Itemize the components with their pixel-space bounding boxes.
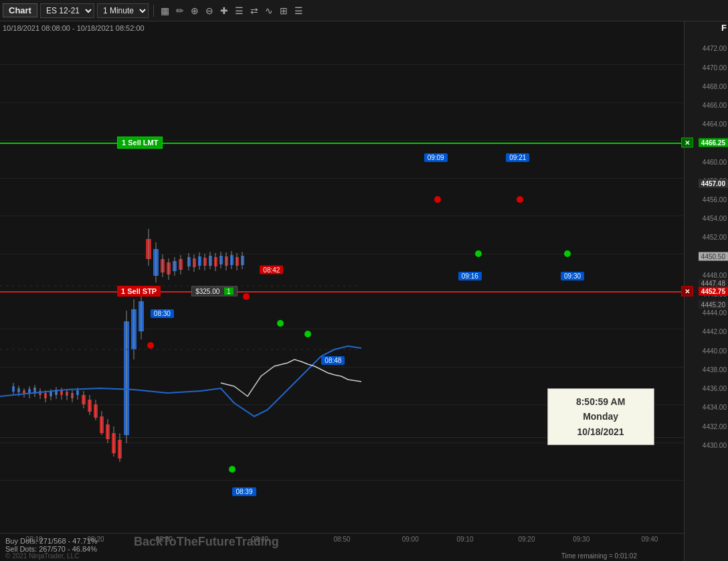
- time-tag-0830: 08:30: [151, 309, 174, 318]
- tooltip-day: Monday: [559, 409, 643, 424]
- svg-rect-54: [173, 261, 177, 271]
- dot-red-0921: [517, 196, 523, 203]
- svg-rect-24: [76, 390, 79, 395]
- svg-rect-70: [219, 256, 223, 264]
- sell-stp-line: [0, 291, 684, 293]
- price-4456: 4456.00: [703, 195, 727, 203]
- tooltip-time: 8:50:59 AM: [559, 394, 643, 409]
- time-tick-0910: 09:10: [456, 536, 473, 543]
- svg-rect-68: [214, 257, 217, 266]
- time-tick-0940: 09:40: [641, 536, 658, 543]
- time-remaining: Time remaining = 0:01:02: [561, 552, 637, 560]
- compare-icon[interactable]: ⇄: [248, 4, 260, 17]
- zoom-out-icon[interactable]: ⊖: [203, 4, 215, 17]
- level-4445-label: 4445.20: [699, 301, 728, 309]
- tooltip-box: 8:50:59 AM Monday 10/18/2021: [547, 388, 654, 445]
- crosshair-icon[interactable]: ✚: [218, 4, 230, 17]
- dot-red-0836: [243, 293, 250, 300]
- grid-line: [0, 178, 684, 179]
- svg-rect-74: [230, 255, 234, 265]
- time-tick-0920: 09:20: [518, 536, 535, 543]
- price-4452: 4452.00: [703, 234, 727, 241]
- time-tag-0839: 08:39: [232, 487, 256, 496]
- svg-rect-60: [193, 258, 196, 267]
- level-4450-label: 4450.50: [699, 252, 728, 260]
- separator: [153, 5, 154, 17]
- grid-line: [0, 102, 684, 103]
- svg-rect-44: [139, 301, 144, 331]
- grid-line: [0, 140, 684, 141]
- time-tick-0900: 09:00: [402, 536, 419, 543]
- price-4440: 4440.00: [703, 347, 727, 354]
- svg-rect-8: [33, 388, 36, 394]
- bar-chart-icon[interactable]: ▦: [159, 4, 171, 17]
- time-tag-0909: 09:09: [424, 153, 448, 162]
- grid-line: [0, 64, 684, 65]
- svg-rect-14: [50, 392, 52, 396]
- svg-rect-56: [179, 259, 183, 270]
- price-4468: 4468.00: [703, 82, 727, 90]
- sell-stp-label: 1 Sell STP: [117, 286, 161, 297]
- chart-main[interactable]: 10/18/2021 08:08:00 - 10/18/2021 08:52:0…: [0, 21, 684, 561]
- sell-lmt-price-label: 4466.25: [699, 139, 728, 147]
- time-tag-0848: 08:48: [321, 356, 345, 365]
- zoom-in-icon[interactable]: ⊕: [189, 4, 201, 17]
- svg-rect-26: [82, 395, 86, 404]
- svg-rect-4: [23, 390, 25, 394]
- price-4432: 4432.00: [703, 422, 727, 430]
- svg-rect-58: [187, 257, 191, 266]
- price-4434: 4434.00: [703, 404, 727, 411]
- grid-line: [0, 254, 684, 254]
- svg-rect-78: [241, 256, 244, 265]
- svg-rect-62: [198, 256, 201, 266]
- sell-lmt-line: [0, 143, 684, 144]
- daterange: 10/18/2021 08:08:00 - 10/18/2021 08:52:0…: [3, 24, 145, 32]
- svg-rect-36: [112, 433, 116, 453]
- chart-label: Chart: [3, 3, 37, 17]
- sell-lmt-close-button[interactable]: ✕: [681, 138, 693, 148]
- buy-dots-stat: Buy Dots: 271/568 - 47.71%: [5, 537, 98, 545]
- indicator-icon[interactable]: ∿: [263, 4, 275, 17]
- properties-icon[interactable]: ☰: [292, 4, 305, 17]
- dot-green-0841: [277, 320, 284, 327]
- dot-red-0909: [434, 196, 441, 203]
- symbol-select[interactable]: ES 12-21: [40, 3, 94, 18]
- price-4448: 4448.00: [703, 271, 727, 278]
- time-tag-0921: 09:21: [506, 153, 529, 162]
- svg-rect-18: [60, 390, 63, 395]
- strategy-icon[interactable]: ⊞: [278, 4, 290, 17]
- price-4460: 4460.00: [703, 158, 727, 165]
- dot-green-0839: [229, 466, 236, 473]
- pnl-amount: $325.00: [195, 288, 219, 295]
- price-4464: 4464.00: [703, 121, 727, 128]
- sell-stp-close-button[interactable]: ✕: [681, 287, 693, 297]
- svg-rect-2: [17, 388, 20, 392]
- svg-rect-22: [71, 393, 74, 398]
- price-4454: 4454.00: [703, 215, 727, 222]
- topbar: Chart ES 12-21 1 Minute ▦ ✏ ⊕ ⊖ ✚ ☰ ⇄ ∿ …: [0, 0, 728, 21]
- time-tag-0842: 08:42: [260, 265, 283, 274]
- current-price-label: 4457.00: [699, 179, 728, 187]
- svg-rect-40: [124, 321, 129, 435]
- timeframe-select[interactable]: 1 Minute: [97, 3, 149, 18]
- sell-dots-stat: Sell Dots: 267/570 - 46.84%: [5, 545, 98, 553]
- price-4436: 4436.00: [703, 385, 727, 392]
- template-icon[interactable]: ☰: [233, 4, 246, 17]
- svg-rect-64: [203, 258, 207, 266]
- svg-rect-0: [12, 386, 15, 392]
- price-4466: 4466.00: [703, 101, 727, 108]
- time-tick-0930: 09:30: [573, 536, 589, 543]
- main-window: Chart ES 12-21 1 Minute ▦ ✏ ⊕ ⊖ ✚ ☰ ⇄ ∿ …: [0, 0, 728, 561]
- grid-line: [0, 367, 684, 368]
- price-4444: 4444.00: [703, 309, 727, 317]
- f-label: F: [721, 23, 727, 33]
- svg-rect-6: [28, 389, 31, 394]
- price-4472: 4472.00: [703, 45, 727, 52]
- draw-icon[interactable]: ✏: [174, 4, 186, 17]
- pnl-tag: $325.00 1: [191, 287, 238, 297]
- svg-rect-76: [236, 257, 239, 266]
- dot-red-0830: [147, 342, 154, 349]
- dot-green-0930: [564, 250, 571, 257]
- price-4442: 4442.00: [703, 328, 727, 335]
- x-axis: 08:10 08:20 08:30 08:40 08:50 09:00 09:1…: [0, 533, 684, 546]
